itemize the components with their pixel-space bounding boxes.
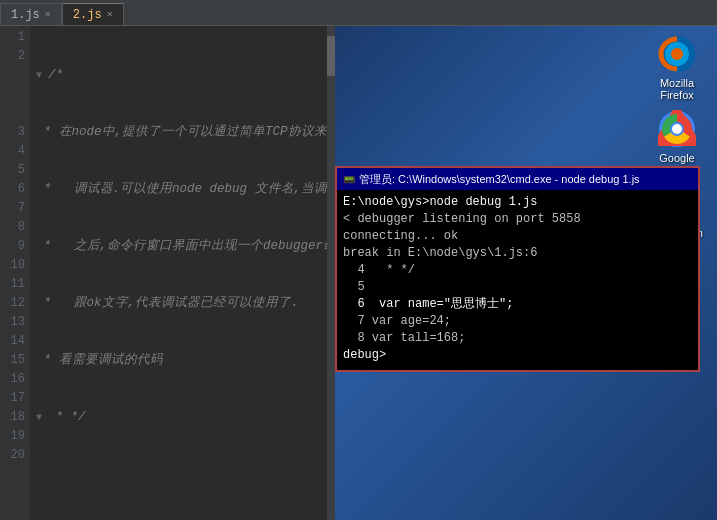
- code-line-4: ▼ * */: [34, 408, 331, 427]
- editor-scrollbar-thumb: [327, 36, 335, 76]
- svg-point-2: [671, 48, 683, 60]
- terminal-icon: 📟: [343, 174, 355, 185]
- code-container: 1 2 3 4 5 6 7 8 9 10 11 12 13 14 15 16 1…: [0, 26, 335, 520]
- tab-2js-close[interactable]: ✕: [107, 10, 113, 20]
- terminal-line-2: < debugger listening on port 5858: [343, 211, 692, 228]
- terminal-line-1: E:\node\gys>node debug 1.js: [343, 194, 692, 211]
- code-lines[interactable]: ▼/* * 在node中,提供了一个可以通过简单TCP协议来访问的 * 调试器.…: [30, 26, 335, 520]
- code-line-2b: * 调试器.可以使用node debug 文件名,当调试器可以使用: [34, 180, 331, 199]
- tab-bar: 1.js ✕ 2.js ✕: [0, 0, 717, 26]
- terminal-window: 📟 管理员: C:\Windows\system32\cmd.exe - nod…: [335, 166, 700, 372]
- code-editor: 1 2 3 4 5 6 7 8 9 10 11 12 13 14 15 16 1…: [0, 26, 335, 520]
- chrome-icon: [657, 109, 697, 149]
- tab-1js-close[interactable]: ✕: [45, 10, 51, 20]
- terminal-line-7: 6 var name="思思博士";: [343, 296, 692, 313]
- line-numbers: 1 2 3 4 5 6 7 8 9 10 11 12 13 14 15 16 1…: [0, 26, 30, 520]
- terminal-titlebar: 📟 管理员: C:\Windows\system32\cmd.exe - nod…: [337, 168, 698, 190]
- terminal-prompt: debug>: [343, 347, 692, 364]
- firefox-icon-item[interactable]: MozillaFirefox: [645, 34, 709, 101]
- editor-scrollbar[interactable]: [327, 26, 335, 520]
- tab-2js-label: 2.js: [73, 8, 102, 22]
- code-line-1: ▼/*: [34, 66, 331, 85]
- firefox-label: MozillaFirefox: [660, 77, 694, 101]
- terminal-body[interactable]: E:\node\gys>node debug 1.js < debugger l…: [337, 190, 698, 370]
- terminal-line-3: connecting... ok: [343, 228, 692, 245]
- terminal-line-6: 5: [343, 279, 692, 296]
- main-area: 1 2 3 4 5 6 7 8 9 10 11 12 13 14 15 16 1…: [0, 26, 717, 520]
- tab-1js[interactable]: 1.js ✕: [0, 3, 62, 25]
- terminal-line-4: break in E:\node\gys\1.js:6: [343, 245, 692, 262]
- right-area: MozillaFirefox: [335, 26, 717, 520]
- code-line-3: * 看需要调试的代码: [34, 351, 331, 370]
- code-line-2d: * 跟ok文字,代表调试器已经可以使用了.: [34, 294, 331, 313]
- desktop: MozillaFirefox: [335, 26, 717, 520]
- terminal-line-5: 4 * */: [343, 262, 692, 279]
- tab-2js[interactable]: 2.js ✕: [62, 3, 124, 25]
- firefox-icon: [657, 34, 697, 74]
- code-line-5: [34, 465, 331, 484]
- tab-1js-label: 1.js: [11, 8, 40, 22]
- code-line-2c: * 之后,命令行窗口界面中出现一个debugger命令提示符.后: [34, 237, 331, 256]
- code-line-2a: * 在node中,提供了一个可以通过简单TCP协议来访问的: [34, 123, 331, 142]
- svg-point-8: [672, 124, 682, 134]
- terminal-line-8: 7 var age=24;: [343, 313, 692, 330]
- terminal-title: 管理员: C:\Windows\system32\cmd.exe - node …: [359, 172, 640, 187]
- terminal-line-9: 8 var tall=168;: [343, 330, 692, 347]
